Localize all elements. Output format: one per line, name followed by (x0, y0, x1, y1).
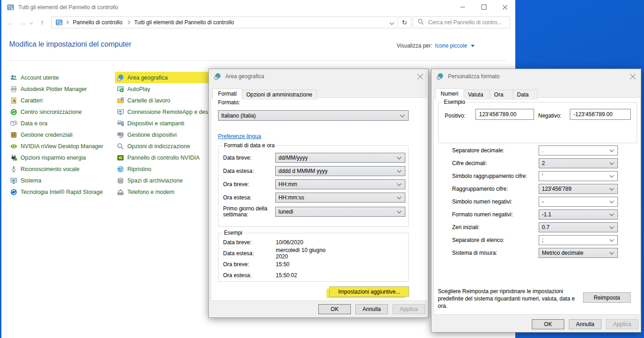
grouping-symbol-combobox[interactable]: ' (539, 171, 618, 181)
short-date-combobox[interactable]: dd/MM/yyyy (275, 153, 405, 163)
maximize-button[interactable] (473, 0, 494, 14)
apply-button: Applica (606, 319, 639, 329)
item-autodesk-plotter-manager[interactable]: Autodesk Plotter Manager (10, 83, 103, 95)
item-autoplay[interactable]: AutoPlay (117, 83, 213, 95)
item-nvidia-nview[interactable]: NVIDIA nView Desktop Manager (10, 140, 103, 152)
examples-group-title: Esempi (222, 230, 244, 236)
item-riconoscimento-vocale[interactable]: Riconoscimento vocale (10, 163, 103, 175)
item-telefono-e-modem[interactable]: Telefono e modem (117, 186, 213, 198)
plotter-manager-icon (10, 86, 17, 93)
reset-button[interactable]: Reimposta (583, 292, 631, 303)
breadcrumb-current[interactable]: Tutti gli elementi del Pannello di contr… (132, 19, 236, 26)
item-cartelle-di-lavoro[interactable]: Cartelle di lavoro (117, 95, 213, 106)
item-intel-rapid-storage[interactable]: Tecnologia Intel® Rapid Storage (10, 186, 103, 198)
tab-data[interactable]: Data (513, 90, 537, 100)
leading-zeros-row: Zeri iniziali: 0.7 (452, 222, 618, 232)
tab-numeri[interactable]: Numeri (435, 88, 464, 100)
chevron-down-icon (397, 209, 402, 214)
first-day-row: Primo giorno della settimana: lunedì (223, 206, 405, 218)
navigation-toolbar: ← → ↑ Pannello di controllo Tutti gli el… (1, 14, 515, 31)
tab-ora[interactable]: Ora (490, 90, 513, 100)
negative-format-combobox[interactable]: -1.1 (539, 209, 618, 220)
address-dropdown-button[interactable] (386, 17, 398, 28)
breadcrumb-root[interactable]: Pannello di controllo (71, 19, 124, 26)
datetime-group-title: Formati di data e ora (222, 142, 277, 149)
digit-grouping-combobox[interactable]: 123'456'789 (539, 184, 618, 194)
additional-settings-button[interactable]: Impostazioni aggiuntive... (329, 286, 409, 297)
item-pannello-nvidia[interactable]: Pannello di controllo NVIDIA (117, 152, 213, 163)
formato-combobox[interactable]: Italiano (Italia) (218, 110, 409, 121)
item-gestione-credenziali[interactable]: Gestione credenziali (10, 129, 103, 140)
search-box (413, 16, 510, 28)
minimize-button[interactable] (452, 0, 473, 14)
chevron-down-icon (389, 20, 394, 25)
item-dispositivi-e-stampanti[interactable]: Dispositivi e stampanti (117, 118, 213, 129)
item-centro-sincronizzazione[interactable]: Centro sincronizzazione (10, 106, 103, 118)
number-fields: Separatore decimale: . Cifre decimali: 2… (452, 145, 618, 261)
item-gestione-dispositivi[interactable]: Gestione dispositivi (117, 129, 213, 140)
measurement-system-combobox[interactable]: Metrico decimale (539, 248, 618, 258)
view-by-value-link[interactable]: Icone piccole (435, 43, 467, 49)
control-panel-icon (7, 4, 14, 11)
up-button[interactable]: ↑ (36, 19, 48, 26)
region-dialog-title: Area geografica (225, 73, 264, 80)
short-time-combobox[interactable]: HH:mm (275, 179, 405, 189)
long-date-combobox[interactable]: dddd d MMMM yyyy (275, 166, 405, 176)
item-spazi-di-archiviazione[interactable]: Spazi di archiviazione (117, 175, 213, 186)
chevron-down-icon[interactable] (471, 45, 475, 47)
negative-example-field[interactable]: -123'456'789.00 (570, 109, 631, 120)
title-bar: Tutti gli elementi del Pannello di contr… (1, 0, 515, 14)
tab-valuta[interactable]: Valuta (464, 90, 490, 100)
item-sistema[interactable]: Sistema (10, 175, 103, 186)
first-day-combobox[interactable]: lunedì (275, 207, 405, 217)
item-area-geografica[interactable]: Area geografica (115, 72, 213, 83)
tab-formati[interactable]: Formati (213, 88, 242, 100)
region-icon (117, 74, 124, 81)
preferenze-lingua-link[interactable]: Preferenze lingua (218, 133, 261, 139)
remoteapp-icon (117, 108, 124, 116)
chevron-down-icon (610, 161, 614, 165)
address-bar[interactable]: Pannello di controllo Tutti gli elementi… (51, 16, 411, 28)
chevron-down-icon (610, 212, 614, 216)
decimal-digits-combobox[interactable]: 2 (539, 158, 618, 168)
close-icon[interactable] (630, 73, 636, 80)
cancel-button[interactable]: Annulla (355, 304, 388, 314)
ok-button[interactable]: OK (532, 319, 564, 329)
example-short-time: Ora breve: 15:50 (223, 259, 405, 270)
chevron-down-icon (610, 186, 614, 191)
item-opzioni-di-indicizzazione[interactable]: Opzioni di indicizzazione (117, 140, 213, 152)
indexing-options-icon (117, 143, 124, 150)
decimal-separator-row: Separatore decimale: . (452, 145, 618, 156)
region-icon (437, 73, 444, 80)
item-data-e-ora[interactable]: Data e ora (10, 118, 103, 129)
chevron-down-icon (610, 250, 614, 255)
item-connessione-remoteapp[interactable]: Connessione RemoteApp e deskt (117, 106, 213, 118)
decimal-separator-combobox[interactable]: . (539, 145, 618, 156)
ok-button[interactable]: OK (318, 304, 351, 314)
item-caratteri[interactable]: A Caratteri (10, 95, 103, 106)
forward-button[interactable]: → (17, 19, 29, 27)
chevron-down-icon (397, 155, 402, 160)
cancel-button[interactable]: Annulla (569, 319, 601, 329)
item-ripristino[interactable]: Ripristino (117, 163, 213, 175)
long-time-combobox[interactable]: HH:mm:ss (275, 193, 405, 203)
close-button[interactable] (494, 0, 515, 14)
item-opzioni-risparmio-energia[interactable]: Opzioni risparmio energia (10, 152, 103, 163)
negative-sign-combobox[interactable]: - (539, 197, 618, 207)
item-account-utente[interactable]: Account utente (10, 72, 103, 83)
back-button[interactable]: ← (5, 19, 17, 27)
refresh-button[interactable]: ↻ (398, 17, 411, 28)
tab-opzioni-amministrazione[interactable]: Opzioni di amministrazione (242, 90, 317, 100)
leading-zeros-combobox[interactable]: 0.7 (539, 222, 618, 232)
fonts-icon: A (10, 97, 17, 104)
view-by-control: Visualizza per: Icone piccole (397, 43, 475, 49)
example-long-time: Ora estesa: 15:50:02 (223, 270, 405, 281)
list-separator-combobox[interactable]: ; (539, 235, 618, 245)
close-icon[interactable] (417, 73, 424, 80)
chevron-down-icon (610, 148, 614, 152)
history-dropdown-icon[interactable] (29, 21, 33, 24)
formato-label: Formato: (218, 99, 240, 106)
customize-dialog-titlebar: Personalizza formato (431, 69, 641, 84)
positive-example-field[interactable]: 123'456'789.00 (475, 109, 534, 120)
search-input[interactable] (427, 19, 510, 26)
